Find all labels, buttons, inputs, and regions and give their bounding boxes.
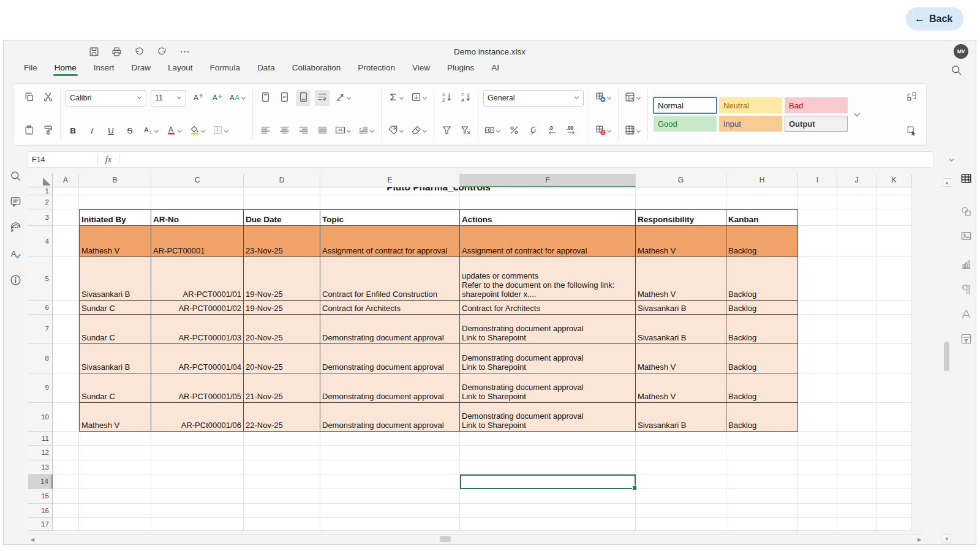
row-header-3[interactable]: 3 (28, 209, 53, 226)
increase-decimal-button[interactable]: .00 (564, 123, 578, 139)
orientation-button[interactable] (334, 90, 353, 106)
select-all-corner[interactable] (28, 174, 53, 187)
cell-C5[interactable]: AR-PCT0001/01 (151, 257, 244, 301)
cell-K11[interactable] (876, 432, 912, 446)
cell-H16[interactable] (726, 504, 798, 518)
cell-I9[interactable] (798, 373, 837, 403)
cell-J8[interactable] (837, 344, 876, 373)
cell-K15[interactable] (876, 489, 912, 504)
cell-A17[interactable] (53, 518, 79, 531)
cell-G13[interactable] (636, 460, 726, 474)
decrease-font-button[interactable]: A (209, 90, 224, 106)
delete-cells-button[interactable] (594, 123, 613, 139)
percent-style-button[interactable] (507, 123, 521, 139)
cell-E3[interactable]: Topic (320, 209, 460, 226)
undo-button[interactable] (132, 46, 146, 59)
cell-H12[interactable] (726, 446, 798, 460)
cell-I11[interactable] (798, 432, 837, 446)
row-header-4[interactable]: 4 (28, 226, 53, 257)
row-header-6[interactable]: 6 (28, 301, 53, 315)
paragraph-settings-icon[interactable] (958, 281, 974, 297)
column-header-C[interactable]: C (151, 174, 244, 187)
tab-protection[interactable]: Protection (358, 63, 395, 75)
cell-G2[interactable] (636, 195, 726, 209)
row-header-1[interactable]: 1 (28, 187, 53, 195)
cell-J3[interactable] (837, 209, 876, 226)
combo-font-size[interactable]: 11 (151, 90, 186, 107)
cell-H11[interactable] (726, 432, 798, 446)
row-header-9[interactable]: 9 (28, 373, 53, 403)
cell-H15[interactable] (726, 489, 798, 504)
cell-I3[interactable] (798, 209, 837, 226)
cell-D13[interactable] (244, 460, 320, 474)
align-middle-button[interactable] (277, 90, 292, 106)
cell-K5[interactable] (876, 257, 912, 301)
row-header-7[interactable]: 7 (28, 315, 53, 344)
decrease-decimal-button[interactable]: .0 (545, 123, 559, 139)
cell-F6[interactable]: Contract for Architects (460, 301, 636, 315)
textart-settings-icon[interactable] (958, 306, 974, 322)
cell-D10[interactable]: 22-Nov-25 (244, 403, 320, 432)
cell-E5[interactable]: Contract for Enfiled Construction (320, 257, 460, 301)
cell-G4[interactable]: Mathesh V (636, 226, 726, 257)
cell-F11[interactable] (460, 432, 636, 446)
strikethrough-button[interactable]: S (123, 123, 137, 139)
format-painter-button[interactable] (40, 123, 55, 139)
cell-K2[interactable] (876, 195, 912, 209)
cell-E7[interactable]: Demonstrating document approval (320, 315, 460, 344)
cell-A1[interactable] (53, 187, 79, 195)
cell-B8[interactable]: Sivasankari B (79, 344, 151, 373)
cell-F16[interactable] (460, 504, 636, 518)
cell-J2[interactable] (837, 195, 876, 209)
clear-button[interactable] (410, 123, 429, 139)
cell-K14[interactable] (876, 474, 912, 489)
cell-J12[interactable] (837, 446, 876, 460)
cell-C17[interactable] (151, 518, 244, 531)
row-header-17[interactable]: 17 (28, 518, 53, 531)
cell-E9[interactable]: Demonstrating document approval (320, 373, 460, 403)
about-icon[interactable] (7, 272, 23, 288)
select-tool-button[interactable] (904, 124, 919, 140)
justify-button[interactable] (315, 123, 330, 139)
subscript-button[interactable]: A1 (141, 123, 160, 139)
cell-H13[interactable] (726, 460, 798, 474)
more-button[interactable] (178, 46, 191, 59)
cell-J4[interactable] (837, 226, 876, 257)
tab-plugins[interactable]: Plugins (447, 63, 474, 75)
column-header-J[interactable]: J (837, 174, 876, 187)
cell-J1[interactable] (837, 187, 876, 195)
cell-A4[interactable] (53, 226, 79, 257)
cell-I10[interactable] (798, 403, 837, 432)
search-icon[interactable] (7, 168, 23, 184)
cell-E13[interactable] (320, 460, 460, 474)
cell-A8[interactable] (53, 344, 79, 373)
column-header-F[interactable]: F (460, 174, 636, 187)
cell-G7[interactable]: Sivasankari B (636, 315, 726, 344)
bold-button[interactable]: B (66, 123, 80, 139)
cell-K3[interactable] (876, 209, 912, 226)
cell-E11[interactable] (320, 432, 460, 446)
wrap-text-button[interactable] (315, 90, 330, 106)
cell-C2[interactable] (151, 195, 244, 209)
cell-K4[interactable] (876, 226, 912, 257)
table-settings-icon[interactable] (958, 170, 974, 186)
sort-asc-button[interactable]: AZ (439, 90, 454, 106)
tab-file[interactable]: File (24, 63, 37, 75)
cell-style-input[interactable]: Input (719, 116, 782, 132)
cell-F5[interactable]: updates or comments Refer to the documen… (460, 257, 636, 301)
vertical-scrollbar-thumb[interactable] (944, 342, 949, 371)
cell-style-bad[interactable]: Bad (785, 97, 848, 113)
accounting-style-button[interactable] (483, 123, 502, 139)
fx-icon[interactable]: fx (98, 154, 119, 165)
cell-H17[interactable] (726, 518, 798, 531)
cell-B7[interactable]: Sundar C (79, 315, 151, 344)
cell-A11[interactable] (53, 432, 79, 446)
cell-F12[interactable] (460, 446, 636, 460)
align-center-button[interactable] (277, 123, 292, 139)
cell-C8[interactable]: AR-PCT00001/04 (151, 344, 244, 373)
cell-style-good[interactable]: Good (654, 116, 717, 132)
row-header-11[interactable]: 11 (28, 432, 53, 446)
row-header-14[interactable]: 14 (28, 474, 53, 489)
cell-A10[interactable] (53, 403, 79, 432)
borders-button[interactable] (211, 123, 230, 139)
